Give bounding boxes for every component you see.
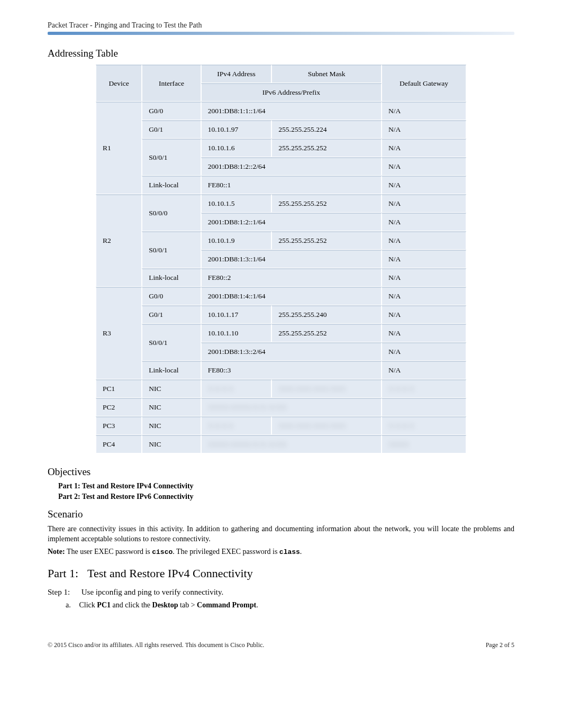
cell-mask: 255.255.255.252 <box>271 194 382 213</box>
objectives-heading: Objectives <box>48 466 514 478</box>
col-mask: Subnet Mask <box>271 65 382 83</box>
page-footer: © 2015 Cisco and/or its affiliates. All … <box>48 641 514 649</box>
table-row: S0/0/1 10.10.1.9 255.255.255.252 N/A <box>96 231 466 250</box>
command-prompt-label: Command Prompt <box>197 601 256 609</box>
cell-interface: NIC <box>142 435 201 453</box>
cell-gw: N/A <box>382 268 466 287</box>
cell-interface: G0/1 <box>142 120 201 139</box>
cell-gw: N/A <box>382 139 466 157</box>
cell-ipv6-blur: XXXX:XXXX:X:X::X/XX <box>201 435 382 453</box>
cell-ipv4-blur: X.X.X.X <box>201 416 272 435</box>
addressing-table: Device Interface IPv4 Address Subnet Mas… <box>96 65 466 453</box>
objective-item: Part 2: Test and Restore IPv6 Connectivi… <box>58 493 514 501</box>
cell-gw-blur: X.X.X.X <box>382 416 466 435</box>
cell-interface: S0/0/1 <box>142 324 201 361</box>
cell-gw: N/A <box>382 213 466 231</box>
cell-ipv4: 10.10.1.97 <box>201 120 272 139</box>
cell-interface: Link-local <box>142 176 201 194</box>
cell-mask: 255.255.255.252 <box>271 231 382 250</box>
table-row: S0/0/1 10.10.1.10 255.255.255.252 N/A <box>96 324 466 342</box>
step1a-text: tab > <box>178 601 197 609</box>
cell-device: R2 <box>96 194 142 287</box>
cell-gw: N/A <box>382 305 466 324</box>
table-row: R1 G0/0 2001:DB8:1:1::1/64 N/A <box>96 102 466 120</box>
cell-device: R3 <box>96 287 142 379</box>
scenario-body: There are connectivity issues in this ac… <box>48 524 514 544</box>
cell-interface: G0/0 <box>142 102 201 120</box>
page-number: Page 2 of 5 <box>486 641 514 649</box>
table-row: R3 G0/0 2001:DB8:1:4::1/64 N/A <box>96 287 466 305</box>
table-row: PC2 NIC XXXX:XXXX:X:X::X/XX <box>96 398 466 416</box>
table-row: G0/1 10.10.1.17 255.255.255.240 N/A <box>96 305 466 324</box>
cell-gw: N/A <box>382 176 466 194</box>
cell-gw: N/A <box>382 361 466 379</box>
table-row: R2 S0/0/0 10.10.1.5 255.255.255.252 N/A <box>96 194 466 213</box>
objective-item: Part 1: Test and Restore IPv4 Connectivi… <box>58 482 514 490</box>
step1a-letter: a. <box>66 601 77 609</box>
cell-gw-blur: X.X.X.X <box>382 379 466 398</box>
table-row: PC1 NIC X.X.X.X XXX.XXX.XXX.XXX X.X.X.X <box>96 379 466 398</box>
cell-interface: NIC <box>142 398 201 416</box>
step1-title: Use ipconfig and ping to verify connecti… <box>81 588 224 596</box>
cell-gw-blur <box>382 398 466 416</box>
page-header: Packet Tracer - Pinging and Tracing to T… <box>48 21 514 30</box>
cell-interface: S0/0/1 <box>142 231 201 268</box>
cell-gw-blur: XXXX <box>382 435 466 453</box>
step1a-text: and click the <box>111 601 152 609</box>
part1-title: Test and Restore IPv4 Connectivity <box>87 567 253 580</box>
cell-mask: 255.255.255.252 <box>271 324 382 342</box>
cell-ipv4: 10.10.1.10 <box>201 324 272 342</box>
desktop-label: Desktop <box>152 601 178 609</box>
note-text: . The privileged EXEC password is <box>173 548 279 556</box>
note-text: . <box>300 548 302 556</box>
cell-ipv4: 10.10.1.5 <box>201 194 272 213</box>
cell-interface: S0/0/1 <box>142 139 201 176</box>
copyright-text: © 2015 Cisco and/or its affiliates. All … <box>48 641 264 649</box>
cell-ipv4: 10.10.1.17 <box>201 305 272 324</box>
cell-ipv6: 2001:DB8:1:3::1/64 <box>201 250 382 268</box>
cell-device: PC1 <box>96 379 142 398</box>
cell-ipv6: 2001:DB8:1:2::2/64 <box>201 157 382 176</box>
cell-device: PC3 <box>96 416 142 435</box>
cell-mask: 255.255.255.252 <box>271 139 382 157</box>
cell-mask: 255.255.255.224 <box>271 120 382 139</box>
step1a-text: Click <box>79 601 97 609</box>
cell-ipv4-blur: X.X.X.X <box>201 379 272 398</box>
pc1-label: PC1 <box>97 601 111 609</box>
cell-interface: NIC <box>142 416 201 435</box>
cell-gw: N/A <box>382 102 466 120</box>
cell-device: PC4 <box>96 435 142 453</box>
cell-gw: N/A <box>382 120 466 139</box>
step1a: a. Click PC1 and click the Desktop tab >… <box>66 601 514 609</box>
table-row: S0/0/1 10.10.1.6 255.255.255.252 N/A <box>96 139 466 157</box>
cell-ipv6: FE80::1 <box>201 176 382 194</box>
step1-number: Step 1: <box>48 588 79 597</box>
step1-heading: Step 1: Use ipconfig and ping to verify … <box>48 588 514 597</box>
col-interface: Interface <box>142 65 201 102</box>
cell-device: PC2 <box>96 398 142 416</box>
cell-interface: G0/0 <box>142 287 201 305</box>
cell-device: R1 <box>96 102 142 194</box>
cell-gw: N/A <box>382 194 466 213</box>
step1-list: a. Click PC1 and click the Desktop tab >… <box>66 601 514 609</box>
cell-ipv6: FE80::2 <box>201 268 382 287</box>
cell-gw: N/A <box>382 250 466 268</box>
note-label: Note: <box>48 548 65 556</box>
col-device: Device <box>96 65 142 102</box>
password-class: class <box>279 548 300 556</box>
cell-ipv4: 10.10.1.6 <box>201 139 272 157</box>
note-text: The user EXEC password is <box>65 548 152 556</box>
step1a-text: . <box>256 601 258 609</box>
cell-ipv6: FE80::3 <box>201 361 382 379</box>
cell-interface: Link-local <box>142 268 201 287</box>
cell-gw: N/A <box>382 157 466 176</box>
cell-mask-blur: XXX.XXX.XXX.XXX <box>271 416 382 435</box>
col-ipv6: IPv6 Address/Prefix <box>201 83 382 102</box>
cell-mask-blur: XXX.XXX.XXX.XXX <box>271 379 382 398</box>
part1-heading: Part 1: Test and Restore IPv4 Connectivi… <box>48 567 514 580</box>
cell-ipv6: 2001:DB8:1:1::1/64 <box>201 102 382 120</box>
table-row: PC3 NIC X.X.X.X XXX.XXX.XXX.XXX X.X.X.X <box>96 416 466 435</box>
password-cisco: cisco <box>152 548 173 556</box>
cell-ipv6: 2001:DB8:1:4::1/64 <box>201 287 382 305</box>
cell-gw: N/A <box>382 324 466 342</box>
